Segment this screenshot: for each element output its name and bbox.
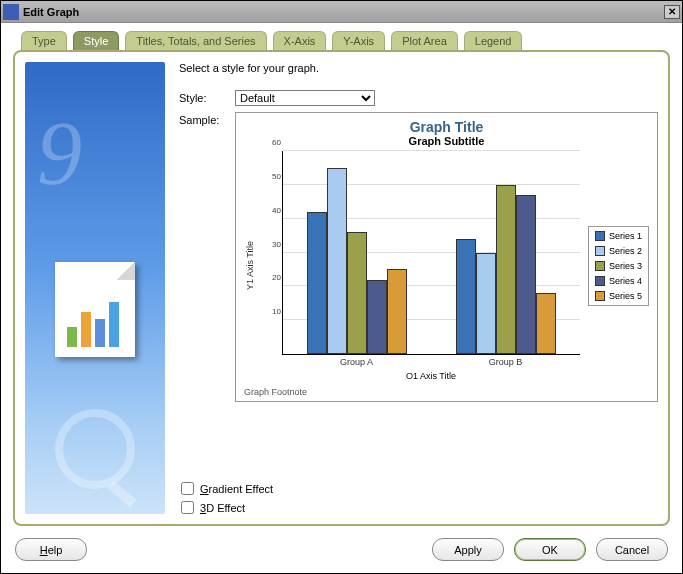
- three-d-effect-checkbox[interactable]: 3D Effect: [181, 501, 658, 514]
- gradient-effect-input[interactable]: [181, 482, 194, 495]
- button-bar: Help Apply OK Cancel: [1, 530, 682, 573]
- chart-y-tick: 40: [265, 205, 281, 214]
- legend-swatch-icon: [595, 276, 605, 286]
- legend-label: Series 5: [609, 291, 642, 301]
- legend-label: Series 3: [609, 261, 642, 271]
- chart-y-axis-title: Y1 Axis Title: [244, 241, 256, 290]
- chart-bar: [496, 185, 516, 354]
- tab-titles-totals-series[interactable]: Titles, Totals, and Series: [125, 31, 266, 50]
- instruction-text: Select a style for your graph.: [179, 62, 658, 74]
- chart-x-axis-title: O1 Axis Title: [282, 371, 580, 381]
- chart-y-tick: 20: [265, 273, 281, 282]
- legend-item: Series 3: [595, 261, 642, 271]
- app-icon: [3, 4, 19, 20]
- chart-bar: [387, 269, 407, 354]
- chart-bar: [347, 232, 367, 354]
- tab-legend[interactable]: Legend: [464, 31, 523, 50]
- legend-label: Series 4: [609, 276, 642, 286]
- legend-swatch-icon: [595, 246, 605, 256]
- help-button[interactable]: Help: [15, 538, 87, 561]
- tab-x-axis[interactable]: X-Axis: [273, 31, 327, 50]
- tab-style[interactable]: Style: [73, 31, 119, 50]
- illustration-bars-icon: [67, 292, 119, 347]
- tab-type[interactable]: Type: [21, 31, 67, 50]
- style-select[interactable]: Default: [235, 90, 375, 106]
- chart-legend: Series 1Series 2Series 3Series 4Series 5: [588, 226, 649, 306]
- three-d-effect-input[interactable]: [181, 501, 194, 514]
- chart-y-tick: 50: [265, 171, 281, 180]
- legend-item: Series 1: [595, 231, 642, 241]
- illustration-document-icon: [55, 262, 135, 357]
- apply-button[interactable]: Apply: [432, 538, 504, 561]
- legend-swatch-icon: [595, 291, 605, 301]
- edit-graph-dialog: Edit Graph ✕ Type Style Titles, Totals, …: [0, 0, 683, 574]
- chart-y-tick: 10: [265, 307, 281, 316]
- chart-plot-area: 102030405060: [282, 151, 580, 355]
- close-icon[interactable]: ✕: [664, 5, 680, 19]
- legend-swatch-icon: [595, 261, 605, 271]
- chart-subtitle: Graph Subtitle: [244, 135, 649, 147]
- chart-x-tick: Group A: [282, 357, 431, 367]
- tab-y-axis[interactable]: Y-Axis: [332, 31, 385, 50]
- chart-bar: [456, 239, 476, 354]
- chart-x-tick: Group B: [431, 357, 580, 367]
- form-area: Select a style for your graph. Style: De…: [179, 62, 658, 514]
- legend-swatch-icon: [595, 231, 605, 241]
- chart-group: [431, 151, 579, 354]
- dialog-content: Type Style Titles, Totals, and Series X-…: [1, 23, 682, 530]
- chart-group: [283, 151, 431, 354]
- legend-label: Series 2: [609, 246, 642, 256]
- tab-panel: Select a style for your graph. Style: De…: [13, 50, 670, 526]
- legend-label: Series 1: [609, 231, 642, 241]
- tab-plot-area[interactable]: Plot Area: [391, 31, 458, 50]
- sample-label: Sample:: [179, 112, 235, 126]
- chart-y-tick: 30: [265, 239, 281, 248]
- wizard-illustration: [25, 62, 165, 514]
- chart-bar: [367, 280, 387, 354]
- chart-x-ticks: Group AGroup B: [282, 357, 580, 367]
- chart-bar: [327, 168, 347, 354]
- window-title: Edit Graph: [23, 6, 79, 18]
- titlebar: Edit Graph ✕: [1, 1, 682, 23]
- chart-bar: [536, 293, 556, 354]
- chart-footnote: Graph Footnote: [244, 387, 649, 397]
- legend-item: Series 5: [595, 291, 642, 301]
- chart-bar: [476, 253, 496, 355]
- style-label: Style:: [179, 90, 235, 104]
- chart-bar: [516, 195, 536, 354]
- illustration-magnifier-icon: [55, 409, 135, 489]
- legend-item: Series 2: [595, 246, 642, 256]
- chart-bar: [307, 212, 327, 354]
- ok-button[interactable]: OK: [514, 538, 586, 561]
- tab-bar: Type Style Titles, Totals, and Series X-…: [13, 31, 670, 50]
- legend-item: Series 4: [595, 276, 642, 286]
- cancel-button[interactable]: Cancel: [596, 538, 668, 561]
- sample-chart: Graph Title Graph Subtitle Y1 Axis Title…: [235, 112, 658, 402]
- gradient-effect-checkbox[interactable]: Gradient Effect: [181, 482, 658, 495]
- chart-y-tick: 60: [265, 138, 281, 147]
- chart-title: Graph Title: [244, 119, 649, 135]
